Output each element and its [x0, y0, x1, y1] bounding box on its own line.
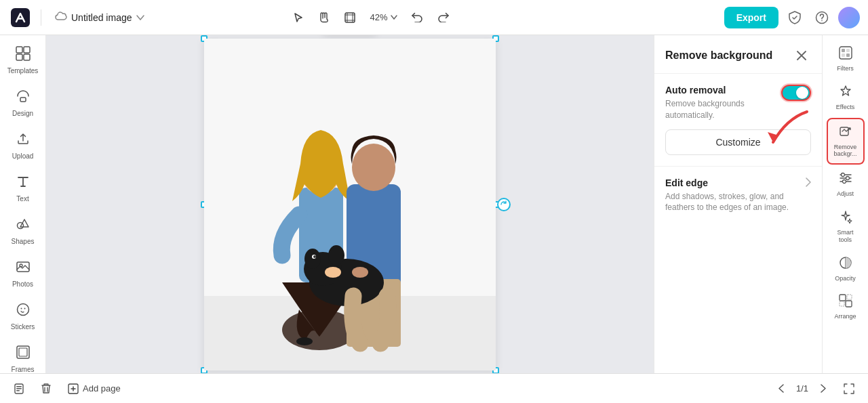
next-page-button[interactable] — [814, 379, 833, 398]
sidebar-item-arrange[interactable]: Arrange — [827, 289, 865, 326]
svg-rect-16 — [19, 348, 27, 356]
adjust-label: Adjust — [837, 190, 854, 198]
right-sidebar: Filters Effects — [822, 35, 868, 373]
frames-label: Frames — [12, 366, 35, 373]
filters-label: Filters — [837, 65, 854, 72]
arrange-label: Arrange — [834, 313, 856, 320]
svg-rect-52 — [847, 295, 852, 299]
edit-edge-title: Edit edge — [665, 177, 806, 188]
shapes-icon — [16, 217, 31, 235]
topbar-right: Export — [724, 7, 860, 28]
shapes-label: Shapes — [12, 238, 35, 246]
help-button[interactable] — [811, 7, 833, 28]
frames-icon — [16, 345, 31, 363]
smart-tools-icon — [839, 210, 852, 227]
sidebar-item-text[interactable]: Text — [4, 169, 42, 209]
frame-tool-button[interactable] — [339, 7, 361, 28]
edit-edge-info: Edit edge Add shadows, strokes, glow, an… — [665, 177, 806, 214]
edit-edge-chevron — [806, 177, 811, 189]
redo-button[interactable] — [433, 7, 454, 28]
auto-removal-toggle[interactable] — [781, 85, 811, 101]
auto-removal-title: Auto removal — [665, 85, 776, 96]
svg-point-46 — [846, 177, 849, 180]
svg-point-47 — [842, 180, 846, 184]
canvas-image[interactable] — [204, 39, 496, 370]
add-page-button[interactable]: Add page — [62, 381, 126, 397]
svg-point-12 — [17, 304, 28, 316]
shield-button[interactable] — [784, 7, 806, 28]
fullscreen-button[interactable] — [838, 378, 860, 400]
page-icon-button[interactable] — [8, 378, 30, 400]
sidebar-item-adjust[interactable]: Adjust — [827, 166, 865, 203]
svg-rect-42 — [842, 54, 845, 57]
sidebar-item-shapes[interactable]: Shapes — [4, 211, 42, 251]
sidebar-item-design[interactable]: Design — [4, 83, 42, 123]
effects-icon — [839, 85, 852, 102]
auto-removal-row: Auto removal Remove backgrounds automati… — [665, 85, 811, 121]
svg-point-37 — [352, 267, 368, 278]
rotate-handle[interactable] — [497, 198, 511, 211]
sidebar-item-filters[interactable]: Filters — [827, 41, 865, 78]
svg-point-36 — [325, 267, 341, 278]
sidebar-item-opacity[interactable]: Opacity — [827, 251, 865, 288]
opacity-icon — [839, 256, 852, 273]
export-button[interactable]: Export — [724, 7, 778, 28]
svg-point-14 — [24, 308, 25, 310]
sidebar-item-effects[interactable]: Effects — [827, 79, 865, 116]
svg-rect-7 — [24, 54, 30, 60]
photos-icon — [16, 259, 31, 278]
photos-label: Photos — [12, 280, 33, 289]
sidebar-item-smart-tools[interactable]: Smarttools — [827, 205, 865, 249]
svg-rect-0 — [11, 8, 30, 27]
select-tool-button[interactable] — [288, 7, 309, 28]
customize-button[interactable]: Customize — [665, 129, 811, 155]
document-title-area[interactable]: Untitled image — [50, 8, 150, 27]
svg-rect-41 — [846, 49, 850, 52]
text-label: Text — [16, 195, 28, 203]
doc-title: Untitled image — [71, 12, 132, 23]
zoom-value: 42% — [370, 12, 388, 22]
canvas-area[interactable]: Page 1 — [46, 35, 654, 373]
edit-edge-section[interactable]: Edit edge Add shadows, strokes, glow, an… — [654, 167, 822, 225]
svg-rect-8 — [20, 98, 26, 102]
sidebar-item-templates[interactable]: Templates — [4, 41, 42, 81]
zoom-control[interactable]: 42% — [365, 9, 403, 25]
svg-rect-10 — [17, 262, 29, 272]
svg-rect-5 — [24, 47, 30, 53]
toggle-knob — [796, 87, 808, 99]
panel-title: Remove background — [665, 49, 772, 62]
svg-rect-56 — [16, 390, 20, 391]
panel-header: Remove background — [654, 35, 822, 74]
page-counter: 1/1 — [796, 383, 808, 394]
adjust-icon — [839, 171, 852, 188]
svg-point-32 — [304, 249, 321, 269]
trash-button[interactable] — [35, 378, 57, 400]
topbar: Untitled image 42% — [0, 0, 868, 35]
arrange-icon — [839, 294, 852, 311]
auto-removal-info: Auto removal Remove backgrounds automati… — [665, 85, 776, 121]
undo-button[interactable] — [407, 7, 429, 28]
templates-label: Templates — [7, 67, 39, 75]
doc-chevron-icon — [136, 13, 144, 22]
sidebar-item-frames[interactable]: Frames — [4, 339, 42, 373]
svg-rect-39 — [840, 47, 852, 59]
user-avatar[interactable] — [838, 7, 860, 28]
canvas-frame-container — [204, 39, 496, 370]
sidebar-item-stickers[interactable]: Stickers — [4, 297, 42, 337]
panel-close-button[interactable] — [792, 46, 811, 65]
app-logo[interactable] — [8, 5, 33, 30]
svg-point-28 — [352, 144, 395, 191]
sidebar-item-remove-bg[interactable]: Removebackgr... — [827, 118, 865, 165]
cloud-icon — [55, 11, 67, 24]
templates-icon — [16, 46, 31, 64]
bottom-bar: Add page 1/1 — [0, 373, 868, 403]
sidebar-item-photos[interactable]: Photos — [4, 254, 42, 294]
stickers-icon — [16, 302, 31, 320]
svg-rect-50 — [846, 301, 852, 307]
remove-bg-label: Removebackgr... — [833, 144, 856, 158]
hand-tool-button[interactable] — [313, 7, 335, 28]
prev-page-button[interactable] — [772, 379, 791, 398]
sidebar-item-upload[interactable]: Upload — [4, 126, 42, 166]
svg-point-33 — [328, 245, 344, 266]
stickers-label: Stickers — [11, 323, 35, 331]
